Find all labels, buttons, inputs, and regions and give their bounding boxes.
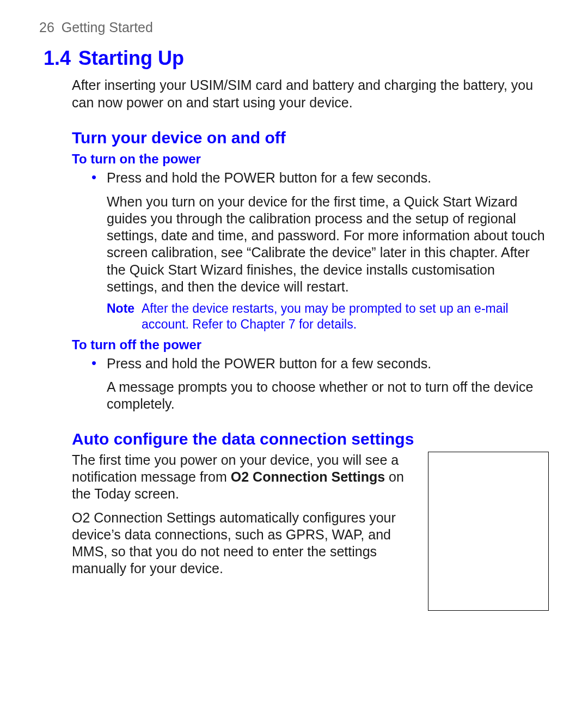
chapter-name: Getting Started <box>62 20 153 35</box>
page-number: 26 <box>39 20 54 35</box>
autoconfig-text: The first time you power on your device,… <box>72 452 415 584</box>
step-text: Press and hold the POWER button for a fe… <box>107 170 431 185</box>
procedure-turn-off: To turn off the power <box>72 337 549 353</box>
running-header: 26 Getting Started <box>39 19 549 36</box>
section-intro: After inserting your USIM/SIM card and b… <box>72 77 549 111</box>
turn-on-steps: Press and hold the POWER button for a fe… <box>88 169 549 295</box>
note-block: Note After the device restarts, you may … <box>107 301 549 332</box>
note-text: After the device restarts, you may be pr… <box>142 301 549 332</box>
section-heading: 1.4Starting Up <box>44 46 549 70</box>
subheading-power: Turn your device on and off <box>72 127 549 148</box>
autoconfig-p1: The first time you power on your device,… <box>72 452 415 503</box>
autoconfig-row: The first time you power on your device,… <box>72 452 549 611</box>
screenshot-placeholder <box>428 452 549 611</box>
step-detail: When you turn on your device for the fir… <box>107 193 549 296</box>
section-number: 1.4 <box>44 47 71 69</box>
section-title-text: Starting Up <box>78 47 184 69</box>
note-label: Note <box>107 301 142 317</box>
list-item: Press and hold the POWER button for a fe… <box>88 355 549 413</box>
step-text: Press and hold the POWER button for a fe… <box>107 356 431 371</box>
step-detail: A message prompts you to choose whether … <box>107 379 549 413</box>
subheading-autoconfig: Auto configure the data connection setti… <box>72 429 549 449</box>
autoconfig-p2: O2 Connection Settings automatically con… <box>72 509 415 578</box>
document-page: 26 Getting Started 1.4Starting Up After … <box>0 0 588 643</box>
turn-off-steps: Press and hold the POWER button for a fe… <box>88 355 549 413</box>
p1-bold: O2 Connection Settings <box>231 469 385 484</box>
autoconfig-image <box>428 452 549 611</box>
procedure-turn-on: To turn on the power <box>72 151 549 167</box>
list-item: Press and hold the POWER button for a fe… <box>88 169 549 295</box>
